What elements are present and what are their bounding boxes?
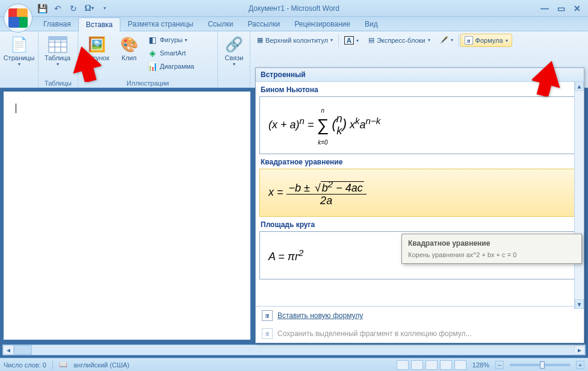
outline-view[interactable] bbox=[440, 360, 452, 370]
zoom-out-button[interactable]: − bbox=[495, 361, 504, 369]
formula-circle: A = πr2 bbox=[268, 248, 303, 263]
gallery-footer: πВставить новую формулу πСохранить выдел… bbox=[256, 306, 584, 343]
shapes-icon: ◧ bbox=[148, 35, 158, 45]
save-icon[interactable]: 💾 bbox=[36, 2, 48, 14]
quick-access-toolbar: 💾 ↶ ↻ Ω▾ ▾ bbox=[36, 2, 111, 14]
gallery-list[interactable]: Бином Ньютона (x + a)n = n∑k=0 (nk) xkan… bbox=[256, 82, 584, 306]
zoom-level[interactable]: 128% bbox=[472, 361, 489, 369]
textbox-icon: A bbox=[344, 36, 354, 45]
gallery-item-title: Площадь круга bbox=[259, 217, 580, 231]
window-title: Документ1 - Microsoft Word bbox=[249, 4, 339, 13]
wordart-button[interactable]: 🖋️▾ bbox=[436, 34, 457, 46]
quickparts-button[interactable]: ▤Экспресс-блоки▾ bbox=[364, 34, 435, 46]
maximize-button[interactable]: ▭ bbox=[557, 4, 565, 13]
tab-references[interactable]: Ссылки bbox=[200, 17, 240, 31]
clip-icon: 🎨 bbox=[120, 35, 139, 54]
gallery-item-title: Квадратное уравнение bbox=[259, 154, 580, 169]
status-bar: Число слов: 0 📖 английский (США) 128% − … bbox=[0, 358, 588, 371]
tab-view[interactable]: Вид bbox=[357, 17, 385, 31]
pi-icon: π bbox=[465, 36, 473, 45]
scroll-right-icon[interactable]: ► bbox=[574, 345, 585, 355]
shapes-button[interactable]: ◧Фигуры ▾ bbox=[146, 34, 197, 46]
formula-quadratic: x = −b ± b2 − 4ac2a bbox=[268, 179, 367, 207]
insert-new-formula[interactable]: πВставить новую формулу bbox=[256, 307, 584, 325]
scroll-up-icon[interactable]: ▲ bbox=[575, 81, 584, 91]
zoom-in-button[interactable]: + bbox=[576, 361, 584, 369]
links-icon: 🔗 bbox=[224, 35, 244, 54]
svg-marker-7 bbox=[532, 60, 562, 96]
scroll-down-icon[interactable]: ▼ bbox=[575, 299, 584, 309]
clip-label: Клип bbox=[122, 54, 137, 61]
links-label: Связи bbox=[225, 54, 244, 61]
header-icon: ▦ bbox=[257, 36, 263, 44]
pi-icon: π bbox=[262, 310, 273, 321]
red-arrow-annotation bbox=[532, 60, 562, 99]
tab-review[interactable]: Рецензирование bbox=[287, 17, 357, 31]
qat-customize-icon[interactable]: ▾ bbox=[99, 2, 111, 14]
smartart-button[interactable]: ◈SmartArt bbox=[146, 47, 197, 59]
horizontal-scrollbar[interactable]: ◄ ► bbox=[2, 344, 586, 355]
fullscreen-view[interactable] bbox=[411, 360, 423, 370]
page-icon: 📄 bbox=[10, 35, 29, 54]
spellcheck-icon[interactable]: 📖 bbox=[59, 361, 67, 369]
text-cursor bbox=[16, 104, 16, 113]
quickparts-icon: ▤ bbox=[368, 36, 374, 44]
scroll-thumb[interactable] bbox=[14, 345, 32, 355]
tooltip-title: Квадратное уравнение bbox=[408, 239, 575, 248]
word-count[interactable]: Число слов: 0 bbox=[4, 361, 46, 369]
web-view[interactable] bbox=[426, 360, 438, 370]
tab-insert[interactable]: Вставка bbox=[78, 17, 121, 31]
save-selection[interactable]: πСохранить выделенный фрагмент в коллекц… bbox=[256, 325, 584, 343]
chart-button[interactable]: 📊Диаграмма bbox=[146, 60, 197, 72]
table-icon bbox=[48, 35, 67, 54]
tooltip: Квадратное уравнение Корень уравнения ax… bbox=[401, 234, 582, 264]
clip-button[interactable]: 🎨 Клип bbox=[114, 33, 144, 64]
office-button[interactable] bbox=[4, 4, 32, 33]
pages-label: Страницы bbox=[4, 54, 35, 61]
page[interactable] bbox=[4, 92, 250, 340]
table-label: Таблица bbox=[45, 54, 70, 61]
redo-icon[interactable]: ↻ bbox=[67, 2, 79, 14]
wordart-icon: 🖋️ bbox=[440, 36, 448, 44]
gallery-scrollbar[interactable]: ▲ ▼ bbox=[574, 81, 584, 309]
svg-rect-5 bbox=[49, 37, 67, 40]
draft-view[interactable] bbox=[454, 360, 466, 370]
zoom-slider[interactable] bbox=[510, 364, 570, 366]
pi-save-icon: π bbox=[262, 328, 273, 339]
scroll-left-icon[interactable]: ◄ bbox=[3, 345, 14, 355]
close-button[interactable]: ✕ bbox=[574, 4, 581, 13]
gallery-item-quadratic[interactable]: x = −b ± b2 − 4ac2a bbox=[259, 169, 580, 217]
red-arrow-annotation bbox=[71, 46, 101, 84]
chart-icon: 📊 bbox=[148, 61, 158, 71]
tab-mailings[interactable]: Рассылки bbox=[240, 17, 287, 31]
tooltip-body: Корень уравнения ax^2 + bx + c = 0 bbox=[408, 251, 575, 258]
equation-gallery: Встроенный Бином Ньютона (x + a)n = n∑k=… bbox=[255, 67, 584, 343]
textbox-button[interactable]: A▾ bbox=[340, 34, 363, 47]
smartart-icon: ◈ bbox=[148, 48, 158, 58]
titlebar: 💾 ↶ ↻ Ω▾ ▾ Документ1 - Microsoft Word — … bbox=[0, 0, 588, 17]
svg-marker-6 bbox=[71, 46, 101, 82]
ribbon-tabs: Главная Вставка Разметка страницы Ссылки… bbox=[0, 17, 588, 31]
table-button[interactable]: Таблица ▾ bbox=[40, 33, 75, 69]
gallery-item-binomial[interactable]: (x + a)n = n∑k=0 (nk) xkan−k bbox=[259, 96, 580, 154]
links-button[interactable]: 🔗 Связи ▾ bbox=[219, 33, 249, 69]
formula-binomial: (x + a)n = n∑k=0 (nk) xkan−k bbox=[268, 103, 380, 148]
print-layout-view[interactable] bbox=[397, 360, 409, 370]
header-button[interactable]: ▦Верхний колонтитул▾ bbox=[253, 34, 337, 46]
tab-home[interactable]: Главная bbox=[36, 17, 78, 31]
omega-icon[interactable]: Ω▾ bbox=[83, 2, 95, 14]
minimize-button[interactable]: — bbox=[540, 4, 549, 13]
pages-button[interactable]: 📄 Страницы ▾ bbox=[1, 33, 37, 69]
tab-layout[interactable]: Разметка страницы bbox=[120, 17, 200, 31]
undo-icon[interactable]: ↶ bbox=[52, 2, 64, 14]
language-indicator[interactable]: английский (США) bbox=[73, 361, 129, 369]
formula-button[interactable]: πФормула▾ bbox=[460, 34, 512, 47]
